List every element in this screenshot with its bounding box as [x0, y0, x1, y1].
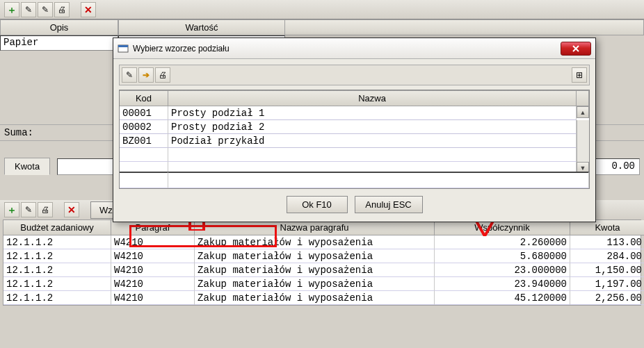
col-wartosc: Wartość — [118, 19, 285, 35]
dialog-search-row — [120, 172, 589, 188]
cell-kwota[interactable]: 1,197.00 — [570, 277, 644, 291]
cell-budzet[interactable]: 12.1.1.2 — [3, 249, 111, 263]
delete-row-button[interactable]: ✕ — [64, 202, 79, 217]
dialog-print-button[interactable]: 🖨 — [155, 67, 170, 83]
allocation-table: Budżet zadaniowy Paragraf Nazwa paragraf… — [3, 219, 641, 306]
allocation-thead: Budżet zadaniowy Paragraf Nazwa paragraf… — [3, 220, 641, 235]
cell-budzet[interactable]: 12.1.1.2 — [3, 235, 111, 249]
cell-kwota[interactable]: 113.00 — [570, 235, 644, 249]
cell-nazwa[interactable]: Zakup materiałów i wyposażenia — [195, 249, 435, 263]
col-empty — [285, 19, 644, 35]
list-item[interactable]: BZ001Podział przykałd — [120, 134, 589, 148]
th-paragraf[interactable]: Paragraf — [111, 220, 195, 235]
cell-paragraf[interactable]: W4210 — [111, 263, 195, 277]
th-budzet[interactable]: Budżet zadaniowy — [3, 220, 111, 235]
edit-alt-button[interactable]: ✎ — [38, 2, 53, 17]
dialog-empty-row: ▼ — [120, 162, 589, 172]
list-item[interactable]: 00002Prosty podział 2 — [120, 120, 589, 134]
th-nazwa[interactable]: Nazwa paragrafu — [195, 220, 435, 235]
edit-button[interactable]: ✎ — [21, 2, 36, 17]
cell-kod[interactable]: BZ001 — [120, 134, 168, 148]
search-nazwa-input[interactable] — [168, 172, 589, 188]
print-rows-button[interactable]: 🖨 — [38, 202, 53, 217]
cell-nazwa[interactable]: Zakup materiałów i wyposażenia — [195, 277, 435, 291]
cell-nazwa[interactable]: Zakup materiałów i wyposażenia — [195, 291, 435, 305]
scroll-head — [577, 90, 589, 106]
table-row[interactable]: 12.1.1.2W4210Zakup materiałów i wyposaże… — [3, 263, 641, 277]
cell-paragraf[interactable]: W4210 — [111, 291, 195, 305]
kwota-tab[interactable]: Kwota — [4, 158, 50, 175]
cell-wsp[interactable]: 23.940000 — [435, 277, 570, 291]
dialog-buttons: Ok F10 Anuluj ESC — [119, 189, 590, 216]
wzorzec-dialog: Wybierz wzorzec podziału ✎ ➔ 🖨 ⊞ Kod Naz… — [113, 38, 596, 222]
cell-wsp[interactable]: 23.000000 — [435, 263, 570, 277]
cell-paragraf[interactable]: W4210 — [111, 235, 195, 249]
dialog-grid: Kod Nazwa 00001Prosty podział 1▲00002Pro… — [119, 90, 590, 189]
th-wsp[interactable]: Współczynnik — [435, 220, 570, 235]
cell-paragraf[interactable]: W4210 — [111, 277, 195, 291]
add-row-button[interactable]: ＋ — [4, 202, 19, 217]
add-button[interactable]: ＋ — [4, 2, 19, 17]
cell-budzet[interactable]: 12.1.1.2 — [3, 263, 111, 277]
th-kwota[interactable]: Kwota — [570, 220, 644, 235]
delete-button[interactable]: ✕ — [81, 2, 96, 17]
main-toolbar: ＋ ✎ ✎ 🖨 ✕ — [0, 0, 644, 19]
table-row[interactable]: 12.1.1.2W4210Zakup materiałów i wyposaże… — [3, 291, 641, 305]
cell-paragraf[interactable]: W4210 — [111, 249, 195, 263]
dialog-toolbar: ✎ ➔ 🖨 ⊞ — [119, 65, 590, 85]
cell-budzet[interactable]: 12.1.1.2 — [3, 291, 111, 305]
cell-nazwa[interactable]: Zakup materiałów i wyposażenia — [195, 235, 435, 249]
cancel-button[interactable]: Anuluj ESC — [355, 196, 423, 213]
cell-kod[interactable]: 00001 — [120, 106, 168, 120]
dialog-settings-button[interactable]: ⊞ — [572, 67, 587, 83]
cell-nazwa[interactable]: Prosty podział 2 — [168, 120, 577, 134]
cell-nazwa[interactable]: Zakup materiałów i wyposażenia — [195, 263, 435, 277]
cell-kwota[interactable]: 1,150.00 — [570, 263, 644, 277]
svg-rect-1 — [118, 45, 128, 47]
col-opis: Opis — [0, 19, 118, 35]
edit-row-button[interactable]: ✎ — [21, 202, 36, 217]
search-kod-input[interactable] — [120, 172, 168, 188]
list-item[interactable]: 00001Prosty podział 1▲ — [120, 106, 589, 120]
close-icon — [572, 45, 579, 52]
dialog-goto-button[interactable]: ➔ — [138, 67, 154, 83]
opis-input[interactable]: Papier — [0, 35, 118, 51]
dialog-close-button[interactable] — [561, 42, 591, 56]
cell-kwota[interactable]: 2,256.00 — [570, 291, 644, 305]
suma-label: Suma: — [4, 127, 33, 138]
cell-wsp[interactable]: 2.260000 — [435, 235, 570, 249]
table-row[interactable]: 12.1.1.2W4210Zakup materiałów i wyposaże… — [3, 249, 641, 263]
dialog-edit-button[interactable]: ✎ — [122, 67, 137, 83]
print-button[interactable]: 🖨 — [54, 2, 70, 17]
dialog-title-bar[interactable]: Wybierz wzorzec podziału — [113, 38, 595, 59]
th-nazwa-modal[interactable]: Nazwa — [168, 90, 577, 106]
cell-nazwa[interactable]: Prosty podział 1 — [168, 106, 577, 120]
cell-wsp[interactable]: 5.680000 — [435, 249, 570, 263]
th-kod[interactable]: Kod — [120, 90, 168, 106]
cell-budzet[interactable]: 12.1.1.2 — [3, 277, 111, 291]
cell-kwota[interactable]: 284.00 — [570, 249, 644, 263]
table-row[interactable]: 12.1.1.2W4210Zakup materiałów i wyposaże… — [3, 277, 641, 291]
cell-kod[interactable]: 00002 — [120, 120, 168, 134]
cell-nazwa[interactable]: Podział przykałd — [168, 134, 577, 148]
scroll-up-button[interactable]: ▲ — [577, 106, 589, 118]
dialog-icon — [118, 43, 129, 54]
ok-button[interactable]: Ok F10 — [287, 196, 348, 213]
dialog-empty-row — [120, 148, 589, 162]
table-row[interactable]: 12.1.1.2W4210Zakup materiałów i wyposaże… — [3, 235, 641, 249]
dialog-grid-head: Kod Nazwa — [120, 90, 589, 106]
dialog-title: Wybierz wzorzec podziału — [133, 44, 230, 53]
opis-header-row: Opis Wartość — [0, 19, 644, 35]
cell-wsp[interactable]: 45.120000 — [435, 291, 570, 305]
